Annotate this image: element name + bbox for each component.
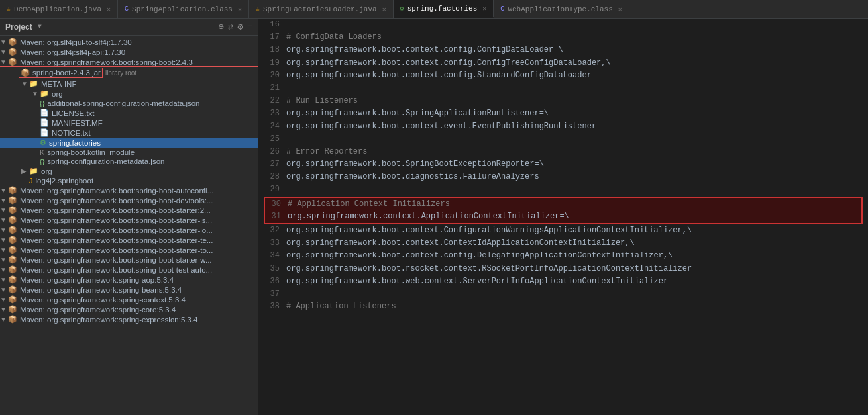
tree-item[interactable]: ▼📦Maven: org.springframework.boot:spring… [0, 57, 258, 67]
add-icon[interactable]: ⊕ [218, 21, 223, 32]
line-number: 23 [264, 107, 286, 120]
tree-item[interactable]: ▼📁META-INF [0, 79, 258, 89]
tab-bar: ☕ DemoApplication.java ✕C SpringApplicat… [0, 0, 868, 19]
tree-item[interactable]: ▼📦Maven: org.springframework.boot:spring… [0, 205, 258, 215]
tree-item[interactable]: ▼📦Maven: org.springframework:spring-aop:… [0, 275, 258, 285]
tree-item[interactable]: ▼📦Maven: org.springframework:spring-cont… [0, 295, 258, 304]
close-tab-icon[interactable]: ✕ [238, 5, 242, 13]
tree-arrow-icon: ▼ [0, 216, 8, 224]
tree-node-icon: 📦 [8, 315, 17, 324]
tree-item[interactable]: ▼📦Maven: org.slf4j:slf4j-api:1.7.30 [0, 47, 258, 57]
close-tab-icon[interactable]: ✕ [618, 5, 622, 13]
tab-label: SpringFactoriesLoader.java [263, 5, 377, 13]
tab-WebApplicationType-class[interactable]: C WebApplicationType.class ✕ [494, 0, 629, 18]
tree-node-icon: {} [40, 158, 44, 165]
tree-arrow-icon: ▼ [0, 207, 8, 214]
tree-item-label: META-INF [41, 80, 76, 88]
line-number: 37 [264, 288, 286, 300]
tree-item[interactable]: ▼📦Maven: org.springframework.boot:spring… [0, 195, 258, 205]
tab-SpringFactoriesLoader-java[interactable]: ☕ SpringFactoriesLoader.java ✕ [249, 0, 394, 18]
tree-item-label: Maven: org.springframework:spring-core:5… [20, 306, 176, 314]
tab-DemoApplication-java[interactable]: ☕ DemoApplication.java ✕ [0, 0, 118, 18]
tree-arrow-icon: ▼ [0, 236, 8, 244]
tree-item[interactable]: ▼📦Maven: org.slf4j:jul-to-slf4j:1.7.30 [0, 37, 258, 47]
line-content: org.springframework.context.ApplicationC… [288, 210, 861, 223]
tree-arrow-icon: ▼ [32, 90, 40, 97]
code-line: 19org.springframework.boot.context.confi… [264, 57, 863, 69]
tree-node-icon: 📁 [29, 79, 38, 88]
tree-item-label: LICENSE.txt [52, 109, 95, 117]
tree-node-icon: 📁 [29, 167, 38, 175]
sidebar-header-icons: ⊕ ⇄ ⚙ − [218, 21, 252, 32]
tree-arrow-icon: ▼ [0, 226, 8, 234]
close-tab-icon[interactable]: ✕ [482, 5, 486, 13]
code-line: 35org.springframework.boot.rsocket.conte… [264, 263, 863, 275]
line-content: org.springframework.boot.SpringApplicati… [286, 107, 863, 120]
tree-item-label: Maven: org.springframework.boot:spring-b… [20, 197, 213, 205]
line-number: 20 [264, 69, 286, 82]
tree-item[interactable]: ▼📦Maven: org.springframework.boot:spring… [0, 255, 258, 265]
code-line: 23org.springframework.boot.SpringApplica… [264, 107, 863, 120]
line-content: org.springframework.boot.diagnostics.Fai… [286, 171, 863, 183]
tree-item-label: Maven: org.springframework.boot:spring-b… [20, 187, 213, 195]
tab-icon: ☕ [256, 5, 260, 13]
tab-SpringApplication-class[interactable]: C SpringApplication.class ✕ [118, 0, 249, 18]
tab-icon: ⚙ [400, 5, 404, 13]
line-number: 24 [264, 120, 286, 133]
tree-item[interactable]: {}spring-configuration-metadata.json [0, 157, 258, 166]
tree-item[interactable]: 📄LICENSE.txt [0, 108, 258, 118]
settings-icon[interactable]: ⚙ [237, 21, 243, 32]
tree-node-icon: 📦 [8, 255, 17, 264]
tree-arrow-icon: ▼ [0, 48, 8, 56]
tree-item[interactable]: ⚙spring.factories [0, 138, 258, 148]
line-number: 25 [264, 133, 286, 146]
line-number: 34 [264, 250, 286, 262]
tree-item-muted: library root [105, 69, 136, 77]
code-line: 26# Error Reporters [264, 146, 863, 158]
close-icon[interactable]: − [247, 21, 252, 32]
dropdown-arrow-icon[interactable]: ▼ [38, 23, 42, 30]
tree-item[interactable]: ▼📦Maven: org.springframework.boot:spring… [0, 215, 258, 225]
tree-item[interactable]: Kspring-boot.kotlin_module [0, 148, 258, 157]
line-number: 28 [264, 171, 286, 183]
tree-node-icon: 📄 [40, 128, 49, 137]
tree-node-icon: ⚙ [40, 138, 46, 147]
tree-item[interactable]: Jlog4j2.springboot [0, 176, 258, 185]
tree-arrow-icon: ▼ [0, 296, 8, 303]
tab-label: DemoApplication.java [14, 5, 101, 13]
tree-item[interactable]: 📦 spring-boot-2.4.3.jar library root [0, 67, 258, 79]
tree-item[interactable]: ▼📦Maven: org.springframework.boot:spring… [0, 245, 258, 255]
tree-item-label: Maven: org.springframework.boot:spring-b… [20, 226, 213, 234]
tree-node-icon: 📦 [8, 58, 17, 66]
tree-item-label: spring-boot.kotlin_module [47, 148, 135, 156]
code-line: 25 [264, 133, 863, 146]
sync-icon[interactable]: ⇄ [228, 21, 233, 32]
tree-item[interactable]: {}additional-spring-configuration-metada… [0, 99, 258, 108]
close-tab-icon[interactable]: ✕ [107, 5, 111, 13]
tree-node-icon: 📄 [40, 109, 49, 117]
tree-item[interactable]: ▶📁org [0, 166, 258, 176]
close-tab-icon[interactable]: ✕ [382, 5, 386, 13]
tree-item[interactable]: 📄NOTICE.txt [0, 128, 258, 138]
tree-item[interactable]: ▼📁org [0, 89, 258, 99]
code-area: 1617# ConfigData Loaders18org.springfram… [258, 19, 868, 415]
tree-item[interactable]: ▼📦Maven: org.springframework:spring-core… [0, 304, 258, 314]
line-content: org.springframework.boot.SpringBootExcep… [286, 158, 863, 171]
line-number: 30 [265, 198, 288, 210]
tree-item[interactable]: ▼📦Maven: org.springframework:spring-bean… [0, 285, 258, 295]
tree-item[interactable]: ▼📦Maven: org.springframework:spring-expr… [0, 314, 258, 324]
tree-arrow-icon: ▼ [0, 256, 8, 263]
tab-label: SpringApplication.class [132, 5, 233, 13]
tree-item-label: spring-configuration-metadata.json [47, 158, 164, 165]
line-number: 31 [265, 210, 288, 223]
tree-item[interactable]: ▼📦Maven: org.springframework.boot:spring… [0, 235, 258, 245]
tree-item[interactable]: ▼📦Maven: org.springframework.boot:spring… [0, 185, 258, 195]
tree-arrow-icon: ▼ [0, 38, 8, 46]
tree-item[interactable]: 📄MANIFEST.MF [0, 118, 258, 128]
line-content: # Error Reporters [286, 146, 863, 158]
tab-spring-factories[interactable]: ⚙ spring.factories ✕ [394, 0, 494, 18]
tree-arrow-icon: ▼ [0, 266, 8, 273]
tree-node-icon: 📦 [8, 236, 17, 244]
tree-item[interactable]: ▼📦Maven: org.springframework.boot:spring… [0, 225, 258, 235]
tree-item[interactable]: ▼📦Maven: org.springframework.boot:spring… [0, 265, 258, 275]
